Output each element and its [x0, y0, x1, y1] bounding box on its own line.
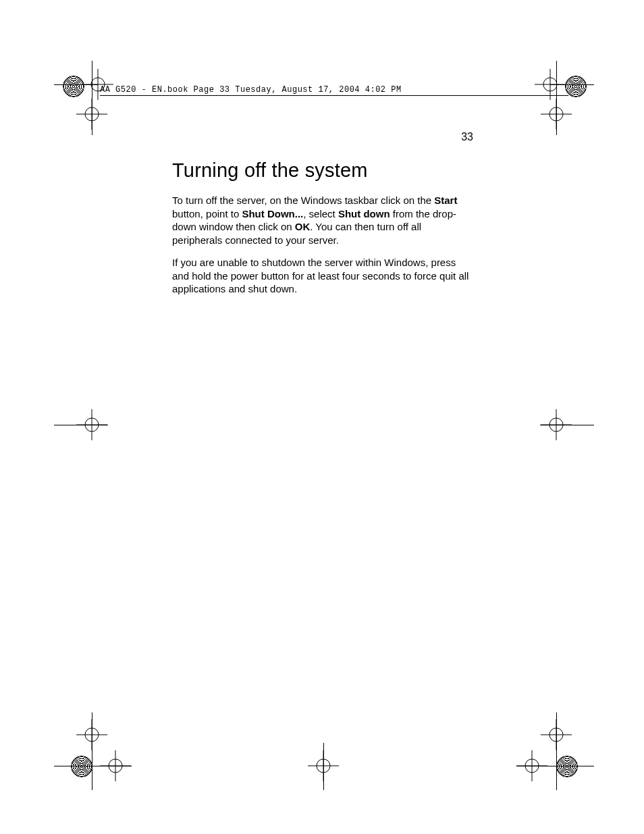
- text-bold-shutdown: Shut down: [338, 208, 390, 219]
- crop-line: [92, 712, 92, 790]
- crop-line: [92, 61, 92, 135]
- paragraph-2: If you are unable to shutdown the server…: [172, 256, 473, 296]
- text-bold-start: Start: [434, 194, 457, 206]
- registration-ball-icon: [63, 76, 84, 97]
- page-number: 33: [461, 131, 473, 143]
- registration-ball-icon: [71, 756, 92, 777]
- paragraph-1: To turn off the server, on the Windows t…: [172, 194, 473, 246]
- heading-title: Turning off the system: [172, 159, 473, 182]
- crop-line: [323, 743, 324, 790]
- text-bold-ok: OK: [295, 221, 311, 232]
- registration-ball-icon: [565, 76, 587, 97]
- text: To turn off the server, on the Windows t…: [172, 194, 434, 206]
- crop-line: [516, 766, 594, 766]
- crop-line: [54, 425, 108, 425]
- crop-line: [54, 766, 132, 766]
- text: button, point to: [172, 208, 242, 219]
- running-head: AA G520 - EN.book Page 33 Tuesday, Augus…: [100, 85, 568, 96]
- crop-line: [556, 712, 557, 790]
- crop-line: [556, 61, 557, 135]
- crop-line: [550, 84, 594, 85]
- text: , select: [303, 208, 338, 219]
- registration-ball-icon: [556, 756, 578, 777]
- text-bold-shutdown-ellipsis: Shut Down...: [242, 208, 303, 219]
- crop-line: [540, 425, 594, 425]
- page-content: Turning off the system To turn off the s…: [172, 159, 473, 305]
- crop-line: [54, 84, 98, 85]
